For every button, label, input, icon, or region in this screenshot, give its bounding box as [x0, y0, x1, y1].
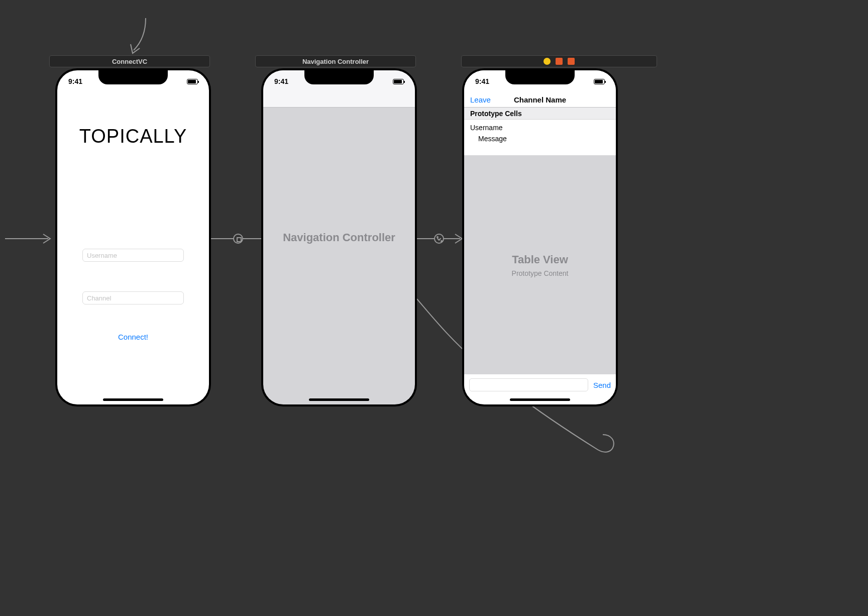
cell-username-label: Username	[470, 124, 610, 132]
table-row[interactable]: Username Message	[464, 120, 616, 156]
cell-message-label: Message	[470, 135, 610, 143]
device-channelvc: 9:41 Leave Channel Name Prototype Cells …	[462, 68, 618, 406]
connect-button[interactable]: Connect!	[57, 333, 209, 341]
status-time: 9:41	[68, 77, 82, 85]
status-time: 9:41	[475, 77, 489, 85]
scene-title-label: ConnectVC	[112, 58, 147, 65]
scene-title-label: Navigation Controller	[302, 58, 369, 65]
scene-title-navcontroller[interactable]: Navigation Controller	[255, 55, 416, 67]
tableview-subtitle: Prototype Content	[512, 269, 569, 277]
tableview-title: Table View	[512, 253, 568, 266]
home-indicator	[510, 398, 570, 401]
scene-title-channelvc[interactable]	[461, 55, 657, 67]
battery-icon	[594, 79, 605, 84]
app-title: TOPICALLY	[57, 126, 209, 147]
device-navcontroller: 9:41 Navigation Controller	[261, 68, 417, 406]
channel-field[interactable]: Channel	[82, 291, 184, 304]
battery-icon	[393, 79, 404, 84]
home-indicator	[103, 398, 163, 401]
warning-icon	[544, 58, 551, 65]
battery-icon	[187, 79, 198, 84]
send-button[interactable]: Send	[593, 381, 611, 389]
message-input[interactable]	[469, 378, 588, 391]
device-notch	[505, 70, 575, 84]
device-notch	[304, 70, 374, 84]
username-field[interactable]: Username	[82, 249, 184, 262]
nav-title: Channel Name	[464, 95, 616, 104]
device-notch	[98, 70, 168, 84]
nav-bar-placeholder	[263, 92, 415, 108]
device-connectvc: 9:41 TOPICALLY Username Channel Connect!	[55, 68, 211, 406]
exit-icon	[568, 58, 575, 65]
channel-placeholder: Channel	[87, 294, 111, 302]
segue-present-icon[interactable]	[233, 234, 243, 244]
status-time: 9:41	[274, 77, 288, 85]
prototype-cells-header: Prototype Cells	[464, 108, 616, 120]
navcontroller-label: Navigation Controller	[263, 231, 415, 244]
cube-icon	[556, 58, 563, 65]
compose-bar: Send	[464, 374, 616, 395]
username-placeholder: Username	[87, 252, 117, 259]
home-indicator	[309, 398, 369, 401]
scene-title-connectvc[interactable]: ConnectVC	[49, 55, 210, 67]
segue-relationship-icon[interactable]	[434, 234, 444, 244]
table-view-placeholder: Table View Prototype Content	[464, 156, 616, 374]
nav-bar: Leave Channel Name	[464, 92, 616, 108]
